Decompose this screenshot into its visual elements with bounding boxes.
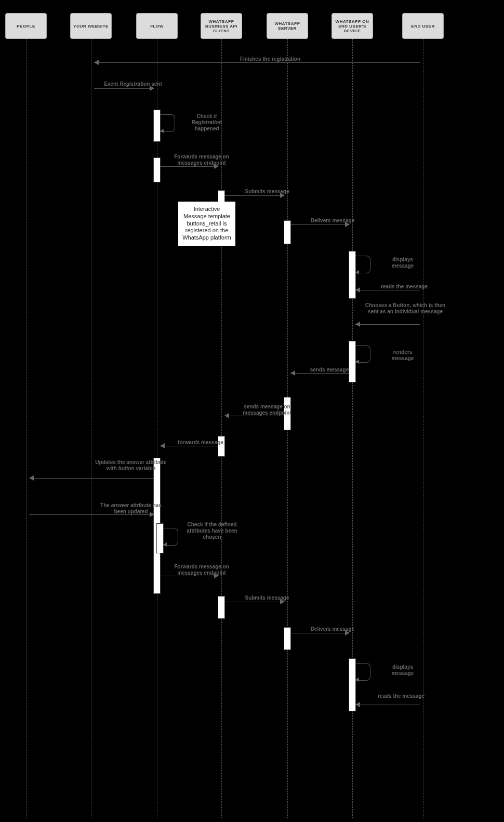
message-arrow	[290, 373, 349, 374]
message-arrow	[355, 290, 420, 290]
activation	[154, 110, 160, 141]
message-label: sends message	[303, 367, 355, 373]
message-label: Forwards message on messages endpoint	[165, 154, 238, 166]
lifeline-people	[26, 39, 26, 818]
message-arrow	[355, 324, 420, 325]
self-call-label: displays message	[384, 257, 421, 269]
activation	[157, 524, 163, 553]
self-call-label: renders message	[384, 349, 421, 362]
activation	[284, 628, 290, 649]
message-label: Delivers message	[301, 218, 364, 224]
message-label: Submits message	[236, 189, 298, 195]
message-label: reads the message	[375, 693, 427, 699]
participant-enduser: END USER	[402, 13, 444, 39]
message-arrow	[355, 705, 420, 705]
self-call-label: Check if Registration happened	[186, 113, 228, 132]
message-label: Chooses a Button, which is then sent as …	[364, 302, 447, 315]
message-label: forwards message	[169, 440, 232, 446]
message-label: Finishes the registration	[229, 56, 312, 62]
sequence-diagram: PEOPLEYOUR WEBSITEFLOWWHATSAPP BUSINESS …	[0, 0, 504, 822]
arrow-left-icon	[160, 443, 165, 448]
message-arrow	[29, 478, 154, 479]
arrow-left-icon	[29, 475, 34, 481]
note-template-registered: Interactive Message template buttons_ret…	[178, 202, 235, 246]
participant-flow: FLOW	[136, 13, 178, 39]
arrow-left-icon	[224, 413, 229, 418]
message-arrow	[290, 633, 349, 633]
activation	[349, 341, 355, 382]
participant-people: PEOPLE	[5, 13, 47, 39]
message-label: sends message on messages endpoint	[231, 404, 303, 416]
participant-device: WHATSAPP ON END USER'S DEVICE	[331, 13, 373, 39]
lifeline-flow	[157, 39, 157, 818]
arrow-left-icon	[355, 287, 360, 293]
arrow-left-icon	[355, 322, 360, 327]
activation	[349, 251, 355, 298]
self-call-label: Check if the defined attributes have bee…	[186, 522, 238, 540]
arrow-left-icon	[355, 678, 359, 682]
participant-website: YOUR WEBSITE	[70, 13, 112, 39]
activation	[284, 221, 290, 244]
message-label: Submits message	[236, 595, 298, 601]
message-arrow	[160, 446, 218, 446]
message-label: The answer attribute has been updated	[95, 502, 167, 515]
participant-api: WHATSAPP BUSINESS API CLIENT	[201, 13, 242, 39]
message-arrow	[94, 62, 420, 63]
self-call-label: displays message	[384, 664, 421, 677]
arrow-left-icon	[355, 702, 360, 707]
arrow-left-icon	[94, 60, 99, 65]
arrow-left-icon	[163, 542, 167, 547]
message-label: reads the message	[373, 284, 435, 290]
activation	[218, 596, 224, 618]
arrow-left-icon	[290, 370, 295, 376]
arrow-left-icon	[355, 360, 359, 364]
arrow-left-icon	[160, 129, 164, 133]
message-arrow	[290, 224, 349, 225]
message-label: Updates the answer attribute with button…	[95, 459, 167, 472]
message-arrow	[94, 88, 154, 89]
activation	[349, 659, 355, 711]
message-label: Forwards message on messages endpoint	[165, 564, 238, 576]
lifeline-website	[91, 39, 91, 818]
lifeline-enduser	[423, 39, 423, 818]
message-label: Delivers message	[301, 626, 364, 632]
arrow-left-icon	[355, 270, 359, 274]
activation	[154, 158, 160, 182]
message-arrow	[224, 195, 284, 196]
message-label: Event Registration sent	[97, 81, 169, 87]
message-arrow	[224, 602, 284, 602]
message-arrow	[160, 166, 218, 167]
participant-server: WHATSAPP SERVER	[267, 13, 308, 39]
